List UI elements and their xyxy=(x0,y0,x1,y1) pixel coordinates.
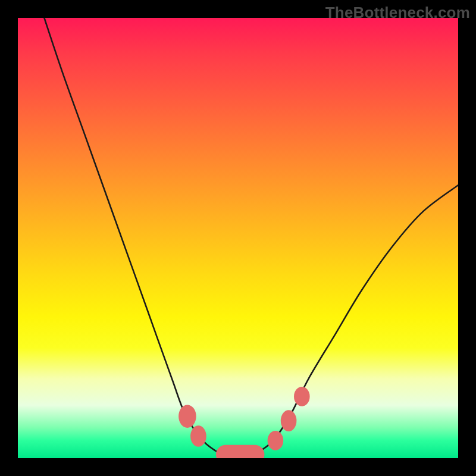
markers-group xyxy=(178,387,309,458)
chart-frame: TheBottleneck.com xyxy=(0,0,476,476)
marker-dot xyxy=(294,387,310,406)
marker-dot xyxy=(268,431,284,450)
plot-area xyxy=(18,18,458,458)
marker-dot xyxy=(281,410,297,431)
marker-dot xyxy=(178,405,196,428)
bottleneck-curve xyxy=(44,18,458,458)
curve-svg xyxy=(18,18,458,458)
marker-dot xyxy=(190,425,206,447)
marker-pill xyxy=(216,445,264,458)
